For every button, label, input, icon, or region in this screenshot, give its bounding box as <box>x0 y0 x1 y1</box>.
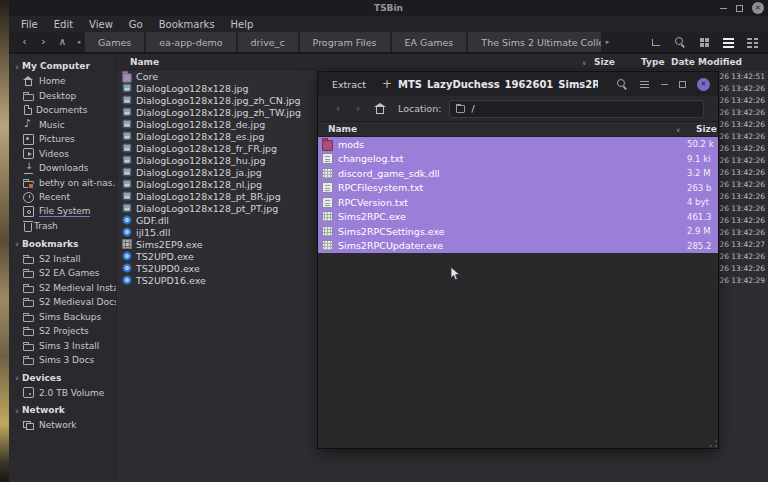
sidebar-item[interactable]: S2 Install <box>9 252 116 267</box>
sidebar-item[interactable]: File System <box>9 205 116 220</box>
sidebar-item-label: S2 Medieval Install <box>39 283 117 293</box>
archive-file-row-selected[interactable]: Sims2RPCSettings.exe 2.9 M <box>318 224 718 239</box>
sidebar-item[interactable]: bethy on ait-nas.local <box>9 176 116 191</box>
archive-file-row-selected[interactable]: Sims2RPCUpdater.exe 285.2 <box>318 239 718 254</box>
sidebar-item[interactable]: S2 EA Games <box>9 266 116 281</box>
close-icon[interactable]: ✕ <box>697 78 710 91</box>
menu-item[interactable]: Bookmarks <box>151 19 223 30</box>
sidebar-item[interactable]: Sims 3 Docs <box>9 353 116 368</box>
sidebar-item[interactable]: Desktop <box>9 89 116 104</box>
archive-file-row-selected[interactable]: discord_game_sdk.dll 3.2 M <box>318 166 718 181</box>
close-icon[interactable]: ✕ <box>752 2 764 14</box>
tab-scroll-right-icon[interactable]: ▸ <box>601 33 614 51</box>
search-icon[interactable] <box>675 37 686 48</box>
sidebar-item[interactable]: S2 Medieval Docs <box>9 295 116 310</box>
toolbar-actions <box>651 37 762 48</box>
archive-file-row-selected[interactable]: RPCFilesystem.txt 263 b <box>318 181 718 196</box>
sidebar-item[interactable]: Downloads <box>9 161 116 176</box>
tab-label: drive_c <box>251 37 285 48</box>
archive-column-headers: Name ∨ Size <box>318 122 718 137</box>
icon-view-icon[interactable] <box>699 37 710 48</box>
compact-view-icon[interactable] <box>747 37 758 48</box>
maximize-icon[interactable] <box>736 5 743 12</box>
back-icon[interactable]: ‹ <box>328 102 348 115</box>
resize-grip[interactable] <box>710 440 717 447</box>
sidebar-item[interactable]: Sims 3 Install <box>9 339 116 354</box>
search-icon[interactable] <box>617 79 628 90</box>
location-input[interactable]: / <box>449 100 704 118</box>
tab[interactable]: drive_c <box>238 32 298 52</box>
sidebar-item-icon <box>23 76 34 87</box>
sidebar-section-header[interactable]: ∨ My Computer <box>9 58 116 74</box>
tab[interactable]: ea-app-demo <box>146 32 235 52</box>
file-size: 285.2 <box>687 241 711 251</box>
column-header-name[interactable]: Name <box>117 57 159 67</box>
tab[interactable]: Program Files <box>300 32 390 52</box>
forward-icon[interactable]: › <box>34 33 53 51</box>
archive-file-row-selected[interactable]: RPCVersion.txt 4 byt <box>318 195 718 210</box>
file-date-modified: 326 13:42:26 <box>715 168 765 177</box>
sidebar-section-label: My Computer <box>22 61 90 71</box>
forward-icon[interactable]: › <box>348 102 368 115</box>
minimize-icon[interactable] <box>661 84 668 85</box>
menu-item[interactable]: Help <box>223 19 262 30</box>
screen: TSBin ✕ FileEditViewGoBookmarksHelp ‹ › … <box>0 0 768 482</box>
sidebar-item[interactable]: Network <box>9 418 116 433</box>
minimize-icon[interactable] <box>720 8 727 9</box>
file-icon <box>322 226 333 237</box>
sidebar-item[interactable]: Pictures <box>9 132 116 147</box>
sidebar-item[interactable]: Sims Backups <box>9 310 116 325</box>
file-icon <box>322 153 333 164</box>
sidebar-section-header[interactable]: ∨ Network <box>9 402 116 418</box>
sidebar-item[interactable]: Documents <box>9 103 116 118</box>
tab-label: The Sims 2 Ultimate Collection <box>481 37 601 48</box>
tab-scroll-left-icon[interactable]: ◂ <box>72 33 85 51</box>
sidebar-item[interactable]: Home <box>9 74 116 89</box>
sidebar-item-label: S2 Install <box>39 254 80 264</box>
archive-location-bar: ‹ › Location: / <box>318 96 718 122</box>
menu-item[interactable]: Edit <box>46 19 81 30</box>
sidebar-item[interactable]: S2 Medieval Install <box>9 281 116 296</box>
file-date-modified: 326 13:42:26 <box>715 84 765 93</box>
file-icon <box>322 211 333 222</box>
file-date-modified: 326 13:42:26 <box>715 192 765 201</box>
sidebar-item[interactable]: S2 Projects <box>9 324 116 339</box>
sidebar-item[interactable]: 2.0 TB Volume <box>9 386 116 401</box>
sidebar-item[interactable]: Music <box>9 118 116 133</box>
archive-file-row-selected[interactable]: Sims2RPC.exe 461.3 <box>318 210 718 225</box>
menu-item[interactable]: File <box>13 19 46 30</box>
back-icon[interactable]: ‹ <box>15 33 34 51</box>
column-header-date-modified[interactable]: Date Modified <box>671 57 742 67</box>
sidebar-section: ∨ Bookmarks S2 Install S2 EA Games <box>9 236 116 368</box>
titlebar[interactable]: TSBin ✕ <box>9 0 768 16</box>
hamburger-menu-icon[interactable] <box>639 79 650 90</box>
sidebar-item[interactable]: Trash <box>9 219 116 234</box>
up-icon[interactable]: ∧ <box>53 33 72 51</box>
sidebar-item[interactable]: Recent <box>9 190 116 205</box>
file-date-modified: 326 13:42:27 <box>715 240 765 249</box>
location-value: / <box>471 103 474 114</box>
sidebar-section-header[interactable]: ∨ Devices <box>9 370 116 386</box>
menu-item[interactable]: View <box>81 19 121 30</box>
tab[interactable]: Games <box>85 32 144 52</box>
sidebar-section-header[interactable]: ∨ Bookmarks <box>9 236 116 252</box>
sidebar-item[interactable]: Videos <box>9 147 116 162</box>
maximize-icon[interactable] <box>679 81 686 88</box>
tab[interactable]: EA Games <box>392 32 467 52</box>
file-name: RPCFilesystem.txt <box>338 182 423 193</box>
column-header-name[interactable]: Name <box>318 124 357 134</box>
extract-button[interactable]: Extract <box>326 79 372 90</box>
file-icon <box>122 95 131 104</box>
list-view-icon[interactable] <box>723 37 734 48</box>
tab[interactable]: The Sims 2 Ultimate Collection <box>468 32 601 52</box>
column-header-size[interactable]: Size <box>594 57 615 67</box>
home-icon[interactable] <box>374 103 386 114</box>
column-header-type[interactable]: Type <box>641 57 664 67</box>
file-name: changelog.txt <box>338 153 404 164</box>
column-header-size[interactable]: Size <box>696 124 717 134</box>
new-window-icon[interactable] <box>651 37 662 48</box>
archive-file-row-selected[interactable]: mods 50.2 k <box>318 137 718 152</box>
archive-titlebar[interactable]: Extract + MTS_LazyDuchess_1962601_Sims2R… <box>318 72 718 96</box>
archive-file-row-selected[interactable]: changelog.txt 9.1 ki <box>318 152 718 167</box>
menu-item[interactable]: Go <box>121 19 151 30</box>
